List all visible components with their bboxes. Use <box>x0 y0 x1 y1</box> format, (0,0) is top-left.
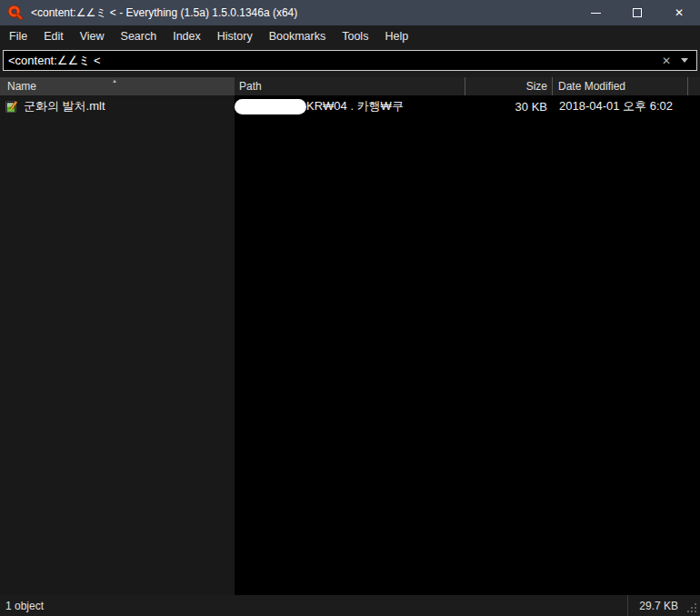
column-header-name[interactable]: Name <box>0 77 235 95</box>
close-button[interactable]: ✕ <box>658 0 700 25</box>
menu-index[interactable]: Index <box>165 25 209 47</box>
status-object-count: 1 object <box>0 600 44 612</box>
path-redaction-overlay <box>235 99 306 114</box>
resize-grip[interactable] <box>687 595 700 616</box>
result-row[interactable]: 군화의 발처.mlt KR₩04 . 카행₩쿠 30 KB 2018-04-01… <box>0 97 689 115</box>
maximize-icon <box>633 8 642 17</box>
minimize-button[interactable] <box>575 0 616 25</box>
menubar: File Edit View Search Index History Book… <box>0 25 700 47</box>
app-logo-magnifier-icon <box>7 5 24 21</box>
search-box[interactable]: ✕ <box>3 50 697 71</box>
menu-bookmarks[interactable]: Bookmarks <box>261 25 335 47</box>
column-header-path[interactable]: Path <box>235 77 465 95</box>
search-history-dropdown-icon[interactable] <box>681 58 688 63</box>
maximize-button[interactable] <box>616 0 658 25</box>
clear-search-icon[interactable]: ✕ <box>662 55 671 67</box>
menu-help[interactable]: Help <box>376 25 416 47</box>
result-path-cell: KR₩04 . 카행₩쿠 <box>235 98 465 114</box>
name-column-background <box>0 95 235 595</box>
column-header-filler <box>688 77 700 95</box>
column-header-date-modified[interactable]: Date Modified <box>553 77 688 95</box>
minimize-icon <box>591 13 601 14</box>
status-bar: 1 object 29.7 KB <box>0 595 700 616</box>
everything-window: <content:∠∠ミ < - Everything (1.5a) 1.5.0… <box>0 0 700 616</box>
result-size-cell: 30 KB <box>465 100 553 114</box>
menu-edit[interactable]: Edit <box>35 25 72 47</box>
result-name-cell: 군화의 발처.mlt <box>0 98 235 114</box>
result-list[interactable]: 군화의 발처.mlt KR₩04 . 카행₩쿠 30 KB 2018-04-01… <box>0 95 700 595</box>
sort-ascending-icon: ▲ <box>112 78 117 84</box>
mlt-file-icon <box>5 99 19 114</box>
close-icon: ✕ <box>675 7 684 18</box>
menu-history[interactable]: History <box>209 25 261 47</box>
result-date-modified-cell: 2018-04-01 오후 6:02 <box>553 98 688 114</box>
menu-file[interactable]: File <box>1 25 35 47</box>
file-name: 군화의 발처.mlt <box>24 98 105 114</box>
status-total-size: 29.7 KB <box>627 595 687 616</box>
titlebar[interactable]: <content:∠∠ミ < - Everything (1.5a) 1.5.0… <box>0 0 700 25</box>
column-header-size[interactable]: Size <box>465 77 553 95</box>
search-input[interactable] <box>8 54 658 67</box>
menu-tools[interactable]: Tools <box>334 25 376 47</box>
menu-search[interactable]: Search <box>113 25 165 47</box>
file-path: KR₩04 . 카행₩쿠 <box>306 98 404 114</box>
search-area: ✕ <box>0 47 700 77</box>
column-header-row: Name Path Size Date Modified ▲ <box>0 77 700 95</box>
menu-view[interactable]: View <box>72 25 113 47</box>
window-title: <content:∠∠ミ < - Everything (1.5a) 1.5.0… <box>31 5 297 21</box>
